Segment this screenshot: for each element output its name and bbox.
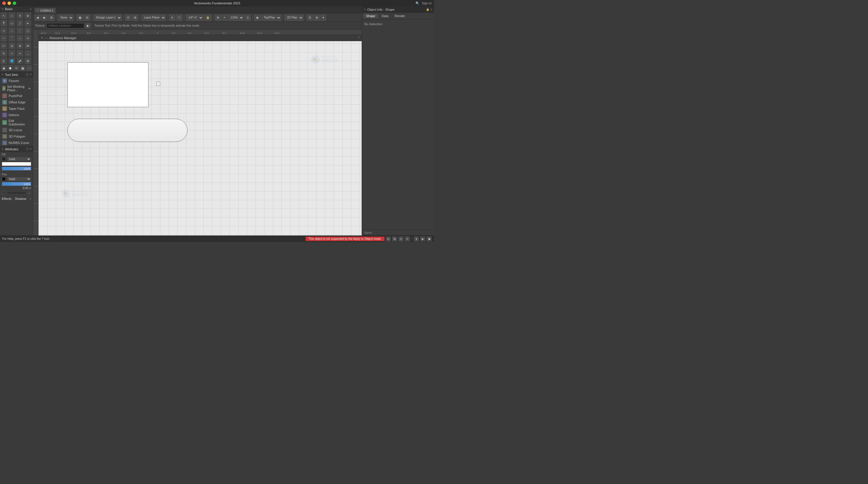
zoom-in-btn[interactable]: + [222,15,227,21]
nav-back-button[interactable]: ◀ [34,15,41,21]
icon-strip-1[interactable]: ◉ [1,65,7,71]
status-btn-1[interactable]: ⊟ [386,236,391,241]
attributes-info-icon[interactable]: ⓘ [26,147,29,151]
basic-collapse-icon[interactable]: ≡ [30,7,32,11]
display-btn-1[interactable]: ⊟ [307,15,313,21]
tool-nurbs[interactable]: ♾ [25,35,31,41]
scale-select[interactable]: 1/4"=1' [186,15,204,21]
doc-tab-untitled1[interactable]: ✕ Untitled 1 [34,8,56,13]
tool-smart[interactable]: ⊡ [9,42,15,49]
tool-attrib[interactable]: ⊞ [25,58,31,64]
pen-type-select[interactable]: Solid [7,177,31,181]
3d-view-btn[interactable]: ◉ [254,15,261,21]
tool-sets-info-icon[interactable]: ⓘ [26,73,29,77]
attributes-menu-icon[interactable]: ≡ [30,147,32,151]
tool-plug[interactable]: ⊕ [17,42,23,49]
tab-data[interactable]: Data [379,13,391,18]
tool-rect[interactable]: ▭ [9,20,15,26]
pen-thickness-stepper[interactable]: ⊞ [29,187,31,190]
tool-pen[interactable]: ✒ [25,20,31,26]
resource-manager-close[interactable]: ✕ [41,36,43,39]
tool-taper-face[interactable]: ◺ Taper Face [0,106,33,112]
tool-bezier[interactable]: ⌒ [9,35,15,41]
zoom-fit-btn[interactable]: ⊞ [215,15,221,21]
status-stop-btn[interactable]: ⏹ [427,236,432,241]
tool-arc[interactable]: ◜ [17,28,23,34]
icon-strip-4[interactable]: ▦ [20,65,26,71]
tool-sets-close-icon[interactable]: ✕ [1,73,4,76]
texture-select-input[interactable] [46,23,84,28]
tool-edit-subdivision[interactable]: ⬡ Edit Subdivision [0,118,33,127]
tool-deform[interactable]: ⌂ Deform [0,112,33,118]
tool-fillet[interactable]: ⌞ [25,50,31,56]
display-btn-3[interactable]: ▾ [320,15,326,21]
tool-circle[interactable]: ○ [9,28,15,34]
tool-move[interactable]: ⊕ [25,12,31,19]
doc-tab-close-icon[interactable]: ✕ [37,9,39,12]
tool-x[interactable]: ✕ [17,12,23,19]
tool-scale[interactable]: ⤢ [9,50,15,56]
fill-color-display[interactable] [2,162,31,166]
tool-freehand[interactable]: 〰 [1,35,7,41]
pen-end-style[interactable]: ○ [27,191,31,195]
tool-curve[interactable]: ∿ [1,28,7,34]
fill-opacity-bar[interactable]: 100% [2,167,31,171]
tool-dim[interactable]: ⊢ [1,42,7,49]
fill-color-box[interactable] [2,157,6,161]
history-select[interactable]: None [58,15,73,21]
snap-btn-1[interactable]: ⊙ [169,15,175,21]
pen-opacity-bar[interactable]: 100% [2,182,31,186]
canvas-ellipse[interactable] [67,119,187,142]
close-icon[interactable]: ✕ [1,7,4,10]
zoom-select[interactable]: 115% [228,15,244,21]
attributes-close-icon[interactable]: ✕ [1,148,4,151]
render-select[interactable]: 2D Plan [284,15,304,21]
right-panel-lock-icon[interactable]: 🔒 [426,8,429,11]
tool-line[interactable]: ╱ [17,20,23,26]
tool-offset-edge[interactable]: ⊏ Offset Edge [0,99,33,106]
resource-manager-help[interactable]: ? [358,36,359,39]
scale-lock-btn[interactable]: 🔒 [204,15,212,21]
tool-flyover[interactable]: 👁 Flyover [0,78,33,84]
tool-select[interactable]: ▭ [9,12,15,19]
status-btn-5[interactable]: ⏸ [414,236,419,241]
sign-in-button[interactable]: Sign In [422,1,432,5]
pen-style-box[interactable] [2,191,6,195]
layer-plane-select[interactable]: Layer Plane [142,15,166,21]
resource-manager-dash[interactable]: — [45,36,48,39]
tool-mirror[interactable]: ⇄ [25,42,31,49]
tool-sets-menu-icon[interactable]: ≡ [30,73,32,77]
tool-arrow[interactable]: ↖ [1,12,7,19]
minimize-button[interactable] [7,1,11,5]
tab-shape[interactable]: Shape [363,13,378,18]
pen-color-box[interactable] [2,177,6,181]
zoom-out-btn[interactable]: ⊙ [245,15,251,21]
tool-t[interactable]: T [1,20,7,26]
tool-offset[interactable]: ⊏ [1,58,7,64]
display-btn-2[interactable]: ⊞ [314,15,320,21]
right-panel-close-icon[interactable]: ✕ [364,8,366,11]
search-icon[interactable]: 🔍 [415,1,420,5]
tool-3d-polygon[interactable]: ⬠ 3D Polygon [0,133,33,140]
tool-3d-locus[interactable]: · 3D Locus [0,127,33,133]
tool-rotate[interactable]: ↻ [1,50,7,56]
nav-home-button[interactable]: ⊞ [48,15,55,21]
tool-push-pull[interactable]: ↕ Push/Pull [0,93,33,99]
effects-menu-icon[interactable]: ≡ [30,197,31,200]
fill-toggle-btn[interactable]: ⊟ [84,15,90,21]
close-button[interactable] [2,1,6,5]
status-btn-4[interactable]: ✕ [405,236,410,241]
icon-strip-2[interactable]: ⬟ [7,65,13,71]
vis-btn-2[interactable]: ⊞ [132,15,138,21]
tool-set-working-plane[interactable]: ⊡ Set Working Plane… ▶ [0,84,33,93]
tab-render[interactable]: Render [392,13,408,18]
snap-btn-2[interactable]: ⬡ [176,15,183,21]
tool-polygon[interactable]: ⬡ [25,28,31,34]
right-panel-menu-icon[interactable]: ≡ [431,8,432,11]
fill-type-select[interactable]: Solid [7,157,31,161]
status-btn-6[interactable]: ▶ [420,236,425,241]
nav-forward-button[interactable]: ▶ [41,15,48,21]
tool-spline[interactable]: ⌣ [17,35,23,41]
tool-paint[interactable]: 🪣 [9,58,15,64]
view-select[interactable]: Top/Plan [261,15,281,21]
